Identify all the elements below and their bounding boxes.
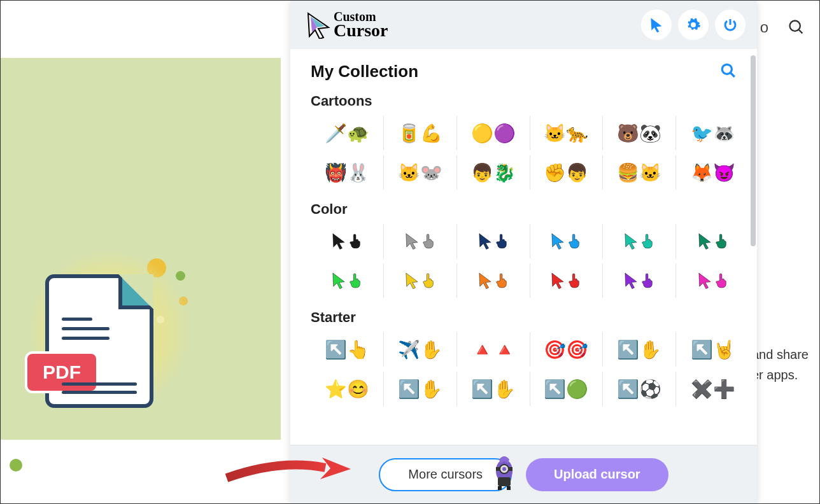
decor-dot — [10, 459, 22, 472]
svg-rect-26 — [507, 486, 511, 490]
upload-cursor-button[interactable]: Upload cursor — [526, 458, 668, 491]
cursor-option-magenta[interactable] — [676, 263, 749, 298]
svg-point-23 — [502, 467, 506, 471]
cursor-option-garfield[interactable]: 🍔🐱 — [603, 155, 676, 190]
popup-footer: More cursors Upload cursor — [290, 445, 757, 503]
more-cursors-label: More cursors — [408, 467, 483, 482]
svg-marker-12 — [625, 234, 637, 249]
cursor-option-rainbow[interactable]: ↖️✋ — [384, 372, 457, 406]
cursor-option-regular[interactable]: 🐦🦝 — [676, 116, 749, 150]
partial-nav-text: o — [760, 18, 768, 36]
cursor-option-black[interactable] — [311, 224, 384, 258]
page-search-icon[interactable] — [788, 18, 807, 38]
cursor-option-blue[interactable] — [530, 224, 604, 258]
cursor-option-bears[interactable]: 🐻🐼 — [603, 116, 676, 150]
cursor-option-pixel[interactable]: ↖️🤘 — [676, 332, 749, 367]
cursor-option-soccer[interactable]: ↖️⚽ — [603, 372, 676, 406]
logo-text-line2: Cursor — [334, 22, 388, 38]
cursor-option-minions[interactable]: 🟡🟣 — [457, 116, 530, 150]
cursor-option-purple[interactable] — [603, 263, 676, 298]
svg-line-1 — [799, 30, 803, 34]
svg-marker-11 — [552, 234, 563, 249]
popup-header: Custom Cursor — [290, 1, 757, 49]
cursor-option-grinch[interactable]: 🦊😈 — [676, 155, 749, 190]
decor-dot — [176, 271, 185, 281]
svg-marker-15 — [406, 273, 418, 289]
hero-illustration: PDF — [1, 58, 281, 440]
settings-button[interactable] — [678, 10, 709, 40]
my-collection-title: My Collection — [311, 62, 418, 81]
upload-cursor-label: Upload cursor — [554, 467, 640, 482]
cursor-option-tmnt[interactable]: 🗡️🐢 — [311, 116, 384, 150]
svg-marker-9 — [406, 234, 418, 249]
category-title: Color — [311, 201, 749, 218]
svg-rect-24 — [498, 477, 511, 486]
svg-marker-19 — [698, 273, 710, 289]
logo-cursor-icon — [304, 11, 332, 39]
more-cursors-button[interactable]: More cursors — [379, 458, 512, 491]
cursor-option-dragon[interactable]: 👦🐉 — [457, 155, 530, 190]
cursor-option-red[interactable] — [530, 263, 604, 298]
cursor-option-gray[interactable] — [384, 224, 457, 258]
power-button[interactable] — [715, 10, 746, 40]
svg-point-0 — [790, 21, 800, 31]
svg-point-6 — [722, 64, 732, 74]
category-title: Cartoons — [311, 93, 749, 109]
svg-marker-18 — [625, 273, 637, 289]
cursor-option-smiley[interactable]: ⭐😊 — [311, 372, 384, 406]
cursor-option-green[interactable] — [311, 263, 384, 298]
svg-marker-14 — [333, 273, 344, 289]
cursor-option-outline[interactable]: ↖️✋ — [603, 332, 676, 367]
pdf-icon: PDF — [45, 274, 153, 408]
cursor-option-paper-plane[interactable]: ✈️✋ — [384, 332, 457, 367]
svg-marker-5 — [651, 18, 661, 32]
cursor-option-slime[interactable]: ↖️🟢 — [530, 372, 604, 406]
svg-marker-16 — [479, 273, 490, 289]
category-title: Starter — [311, 309, 749, 326]
minion-icon — [491, 456, 517, 491]
cursor-option-holo[interactable]: ↖️✋ — [457, 372, 530, 406]
cursor-option-tom-jerry[interactable]: 🐱🐭 — [384, 155, 457, 190]
cursor-option-orange[interactable] — [457, 263, 530, 298]
svg-marker-13 — [698, 234, 710, 249]
page-body-text: and share er apps. — [752, 344, 809, 385]
svg-marker-8 — [333, 234, 344, 249]
extension-popup: Custom Cursor My Collection Cartoons🗡️🐢🥫… — [290, 1, 757, 503]
logo[interactable]: Custom Cursor — [304, 11, 388, 39]
cursor-option-patch[interactable]: ✖️➕ — [676, 372, 749, 406]
svg-marker-10 — [479, 234, 490, 249]
search-icon[interactable] — [720, 62, 737, 81]
cursor-option-yellow[interactable] — [384, 263, 457, 298]
cursor-option-shrek[interactable]: 👹🐰 — [311, 155, 384, 190]
cursor-option-felix[interactable]: 🐱🐆 — [530, 116, 604, 150]
cursor-option-teal[interactable] — [603, 224, 676, 258]
cursor-option-stone[interactable]: 🔺🔺 — [457, 332, 530, 367]
cursor-option-popeye[interactable]: 🥫💪 — [384, 116, 457, 150]
scrollbar-thumb[interactable] — [751, 55, 756, 246]
default-cursor-button[interactable] — [641, 10, 672, 40]
cursor-option-darkgreen[interactable] — [676, 224, 749, 258]
svg-rect-25 — [498, 486, 502, 490]
cursor-option-navy[interactable] — [457, 224, 530, 258]
cursor-option-ben10[interactable]: ✊👦 — [530, 155, 604, 190]
cursor-option-aqua[interactable]: ↖️👆 — [311, 332, 384, 367]
svg-line-7 — [730, 73, 735, 77]
svg-marker-17 — [552, 273, 563, 289]
cursor-option-crosshair[interactable]: 🎯🎯 — [530, 332, 604, 367]
popup-body[interactable]: My Collection Cartoons🗡️🐢🥫💪🟡🟣🐱🐆🐻🐼🐦🦝👹🐰🐱🐭👦… — [290, 49, 757, 445]
